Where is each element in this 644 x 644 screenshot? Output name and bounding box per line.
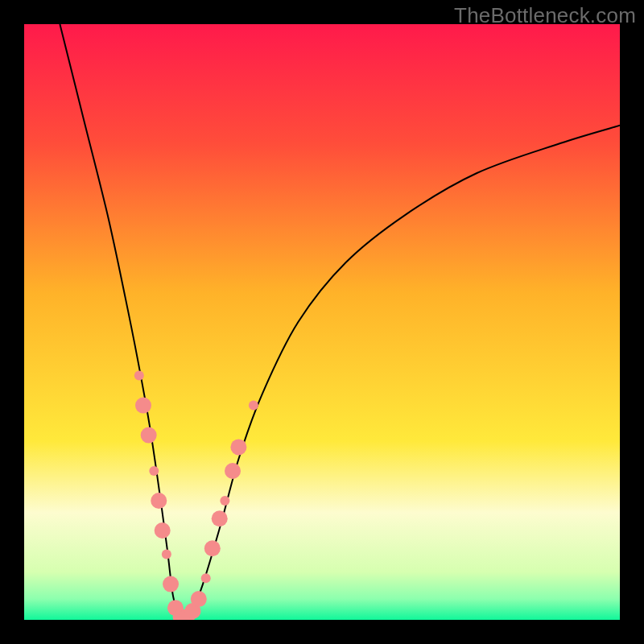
datapoint-marker xyxy=(225,463,241,479)
datapoint-marker xyxy=(220,496,229,506)
datapoint-marker xyxy=(141,427,157,444)
datapoint-marker xyxy=(134,371,144,381)
datapoint-marker xyxy=(212,510,228,526)
datapoint-marker xyxy=(151,493,167,509)
datapoint-marker xyxy=(204,540,221,556)
datapoint-marker xyxy=(201,573,211,583)
datapoint-marker xyxy=(162,550,171,559)
curve-layer xyxy=(24,24,620,620)
datapoint-marker xyxy=(155,522,171,539)
datapoint-marker xyxy=(163,576,179,592)
datapoint-marker xyxy=(230,439,246,455)
bottleneck-curve xyxy=(60,24,620,620)
chart-frame: TheBottleneck.com xyxy=(0,0,644,644)
watermark-text: TheBottleneck.com xyxy=(454,3,636,28)
datapoint-marker xyxy=(135,398,151,414)
datapoint-marker xyxy=(249,401,258,411)
datapoint-markers xyxy=(134,371,258,620)
datapoint-marker xyxy=(191,591,207,607)
plot-area xyxy=(24,24,620,620)
datapoint-marker xyxy=(149,466,159,476)
